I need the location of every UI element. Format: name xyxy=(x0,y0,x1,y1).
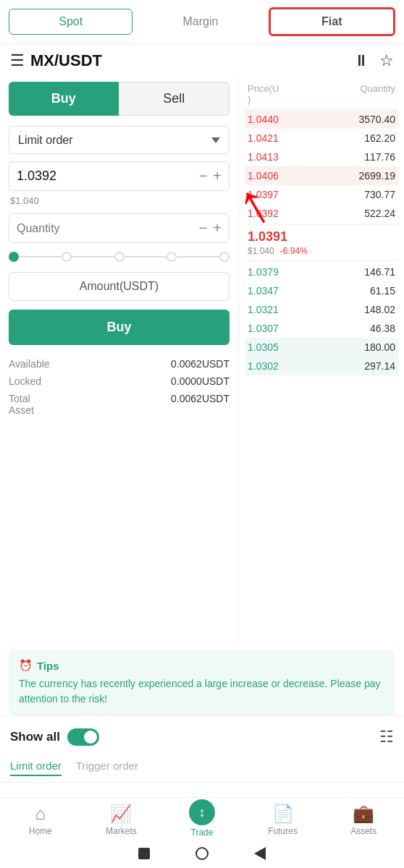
sys-back-button[interactable] xyxy=(137,846,151,861)
hamburger-icon[interactable]: ☰ xyxy=(10,51,25,70)
header-left: ☰ MX/USDT xyxy=(10,51,102,70)
usd-hint: $1.040 xyxy=(9,195,230,206)
tab-margin[interactable]: Margin xyxy=(138,9,262,35)
buy-qty-5: 297.14 xyxy=(364,360,395,372)
show-all-toggle[interactable] xyxy=(67,728,99,746)
pair-title: MX/USDT xyxy=(30,51,102,70)
sell-qty-3: 2699.19 xyxy=(358,170,395,182)
sell-tab[interactable]: Sell xyxy=(119,82,230,116)
order-book-row[interactable]: 1.0440 3570.40 xyxy=(245,110,398,129)
tab-fiat[interactable]: Fiat xyxy=(269,7,395,36)
tips-header: ⏰ Tips xyxy=(19,659,385,672)
progress-dot-4[interactable] xyxy=(219,252,230,262)
price-input-row: − + xyxy=(9,161,230,191)
tips-icon: ⏰ xyxy=(19,659,33,672)
order-book-row[interactable]: 1.0347 61.15 xyxy=(245,281,398,300)
order-book-row[interactable]: 1.0307 46.38 xyxy=(245,319,398,338)
price-column-header: Price(U) xyxy=(248,83,279,105)
order-book-row[interactable]: 1.0397 730.77 xyxy=(245,185,398,204)
order-book-row[interactable]: 1.0392 522.24 xyxy=(245,204,398,223)
futures-label: Futures xyxy=(268,826,298,836)
order-book-row[interactable]: 1.0302 297.14 xyxy=(245,357,398,375)
quantity-input[interactable] xyxy=(17,222,199,235)
header-icons: ⏸ ☆ xyxy=(353,51,394,70)
sell-qty-2: 117.76 xyxy=(364,151,395,163)
available-value: 0.0062USDT xyxy=(171,358,230,370)
left-panel: Buy Sell Limit order Market order Stop l… xyxy=(0,77,239,642)
star-icon[interactable]: ☆ xyxy=(379,51,394,70)
sys-home-button[interactable] xyxy=(195,846,209,861)
buy-button[interactable]: Buy xyxy=(9,310,230,345)
candlestick-icon[interactable]: ⏸ xyxy=(353,51,369,70)
sys-recent-button[interactable] xyxy=(253,846,267,861)
home-label: Home xyxy=(29,826,52,836)
progress-dot-0[interactable] xyxy=(9,252,19,262)
trigger-order-tab[interactable]: Trigger order xyxy=(76,760,138,776)
progress-dots xyxy=(9,252,230,262)
nav-trade[interactable]: ↕ Trade xyxy=(180,804,224,838)
available-row: Available 0.0062USDT xyxy=(9,358,230,370)
price-increment-icon[interactable]: + xyxy=(213,168,222,184)
buy-qty-1: 61.15 xyxy=(370,285,395,297)
order-book-row[interactable]: 1.0421 162.20 xyxy=(245,129,398,148)
nav-futures[interactable]: 📄 Futures xyxy=(261,804,305,838)
sell-price-3: 1.0406 xyxy=(248,170,279,182)
sys-circle-icon xyxy=(195,847,209,860)
quantity-increment-icon[interactable]: + xyxy=(213,220,222,237)
price-controls: − + xyxy=(199,168,222,184)
progress-line-2 xyxy=(72,256,114,258)
sell-qty-5: 522.24 xyxy=(364,208,395,219)
list-icon[interactable]: ☷ xyxy=(379,728,394,746)
buy-sell-tabs: Buy Sell xyxy=(9,82,230,116)
price-input[interactable] xyxy=(17,169,199,184)
nav-home[interactable]: ⌂ Home xyxy=(19,804,62,838)
assets-icon: 💼 xyxy=(353,804,374,824)
sell-price-0: 1.0440 xyxy=(248,114,279,125)
order-book-row[interactable]: 1.0406 2699.19 xyxy=(245,166,398,185)
order-book-row[interactable]: 1.0321 148.02 xyxy=(245,300,398,319)
asset-info: Available 0.0062USDT Locked 0.0000USDT T… xyxy=(9,355,230,425)
quantity-decrement-icon[interactable]: − xyxy=(199,220,208,237)
order-book-row[interactable]: 1.0413 117.76 xyxy=(245,148,398,166)
progress-dot-2[interactable] xyxy=(114,252,125,262)
trade-icon: ↕ xyxy=(189,799,215,825)
tab-spot[interactable]: Spot xyxy=(9,9,132,35)
nav-assets[interactable]: 💼 Assets xyxy=(342,804,385,838)
tips-section: ⏰ Tips The currency has recently experie… xyxy=(9,650,395,715)
order-type-select[interactable]: Limit order Market order Stop limit xyxy=(9,126,230,154)
limit-order-tab[interactable]: Limit order xyxy=(10,760,62,776)
show-all-label: Show all xyxy=(10,730,60,744)
buy-price-4: 1.0305 xyxy=(248,341,279,353)
header-row: ☰ MX/USDT ⏸ ☆ xyxy=(0,44,404,77)
amount-button[interactable]: Amount(USDT) xyxy=(9,272,230,301)
available-label: Available xyxy=(9,358,50,370)
show-all-left: Show all xyxy=(10,728,99,746)
tips-text: The currency has recently experienced a … xyxy=(19,676,385,707)
show-all-row: Show all ☷ xyxy=(0,715,404,754)
progress-dot-1[interactable] xyxy=(62,252,72,262)
order-book-header: Price(U) Quantity xyxy=(245,77,398,110)
nav-markets[interactable]: 📈 Markets xyxy=(99,804,143,838)
total-value: 0.0062USDT xyxy=(171,393,230,416)
buy-qty-4: 180.00 xyxy=(364,341,395,353)
order-book-row[interactable]: 1.0305 180.00 xyxy=(245,338,398,357)
price-decrement-icon[interactable]: − xyxy=(199,168,208,184)
buy-orders: 1.0379 146.71 1.0347 61.15 1.0321 148.02… xyxy=(245,263,398,375)
sell-qty-0: 3570.40 xyxy=(358,114,395,125)
assets-label: Assets xyxy=(350,826,376,836)
markets-icon: 📈 xyxy=(110,804,132,824)
buy-tab[interactable]: Buy xyxy=(9,82,119,116)
progress-dot-3[interactable] xyxy=(167,252,177,262)
buy-price-0: 1.0379 xyxy=(248,266,279,278)
buy-qty-0: 146.71 xyxy=(364,266,395,278)
order-book-row[interactable]: 1.0379 146.71 xyxy=(245,263,398,281)
sys-triangle-icon xyxy=(254,847,266,860)
top-tab-bar: Spot Margin Fiat xyxy=(0,0,404,44)
sell-price-4: 1.0397 xyxy=(248,189,279,200)
trade-label: Trade xyxy=(191,827,214,838)
right-panel: Price(U) Quantity 1.0440 3570.40 1.0421 … xyxy=(239,77,404,642)
mid-price-row: 1.0391 $1.040 -6.94% xyxy=(245,224,398,261)
bottom-nav: ⌂ Home 📈 Markets ↕ Trade 📄 Futures 💼 Ass… xyxy=(0,797,404,868)
progress-line-3 xyxy=(125,256,167,258)
progress-line-4 xyxy=(177,256,219,258)
